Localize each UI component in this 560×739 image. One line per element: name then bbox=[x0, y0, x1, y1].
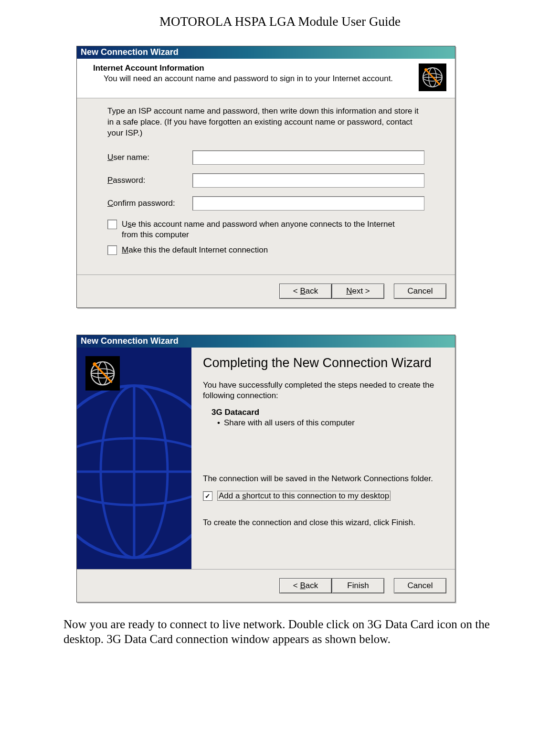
wizard-sidebar-graphic bbox=[77, 348, 191, 569]
password-label: Password: bbox=[107, 176, 192, 185]
add-shortcut-label: Add a shortcut to this connection to my … bbox=[217, 491, 391, 501]
cancel-button[interactable]: Cancel bbox=[394, 284, 446, 299]
completing-line2: The connection will be saved in the Netw… bbox=[203, 474, 444, 484]
username-label: User name: bbox=[107, 153, 192, 162]
dialog-header-title: Internet Account Information bbox=[93, 63, 415, 73]
confirm-password-label: Confirm password: bbox=[107, 199, 192, 208]
back-button[interactable]: < Back bbox=[279, 284, 332, 299]
body-paragraph: Now you are ready to connect to live net… bbox=[63, 617, 497, 647]
next-button[interactable]: Next > bbox=[332, 284, 384, 299]
dialog-titlebar: New Connection Wizard bbox=[77, 335, 455, 348]
svg-point-15 bbox=[93, 362, 96, 366]
svg-point-4 bbox=[424, 68, 427, 71]
connection-detail-bullet: Share with all users of this computer bbox=[217, 418, 444, 428]
wizard-dialog-completing: New Connection Wizard bbox=[76, 335, 455, 602]
connection-name: 3G Datacard bbox=[211, 408, 444, 417]
back-button[interactable]: < Back bbox=[279, 578, 332, 593]
completing-heading: Completing the New Connection Wizard bbox=[203, 356, 444, 370]
dialog-instruction-text: Type an ISP account name and password, t… bbox=[107, 106, 424, 139]
use-for-anyone-checkbox[interactable]: ✓ bbox=[107, 220, 117, 229]
add-shortcut-checkbox[interactable]: ✓ bbox=[203, 491, 212, 501]
confirm-password-input[interactable] bbox=[192, 196, 424, 211]
make-default-label: Make this the default Internet connectio… bbox=[122, 245, 268, 255]
username-input[interactable] bbox=[192, 150, 424, 165]
dialog-header-subtitle: You will need an account name and passwo… bbox=[104, 74, 415, 84]
use-for-anyone-label: Use this account name and password when … bbox=[122, 219, 396, 240]
wizard-dialog-account-info: New Connection Wizard Internet Account I… bbox=[76, 46, 455, 308]
finish-button[interactable]: Finish bbox=[332, 578, 384, 593]
completing-line1: You have successfully completed the step… bbox=[203, 380, 444, 401]
dialog-titlebar: New Connection Wizard bbox=[77, 46, 455, 59]
dialog-header-strip: Internet Account Information You will ne… bbox=[77, 59, 455, 98]
password-input[interactable] bbox=[192, 173, 424, 188]
document-header: MOTOROLA HSPA LGA Module User Guide bbox=[0, 14, 560, 29]
wizard-globe-icon bbox=[419, 63, 446, 91]
make-default-checkbox[interactable]: ✓ bbox=[107, 245, 117, 255]
wizard-globe-icon bbox=[85, 356, 120, 391]
completing-line3: To create the connection and close this … bbox=[203, 517, 444, 528]
cancel-button[interactable]: Cancel bbox=[394, 578, 446, 593]
